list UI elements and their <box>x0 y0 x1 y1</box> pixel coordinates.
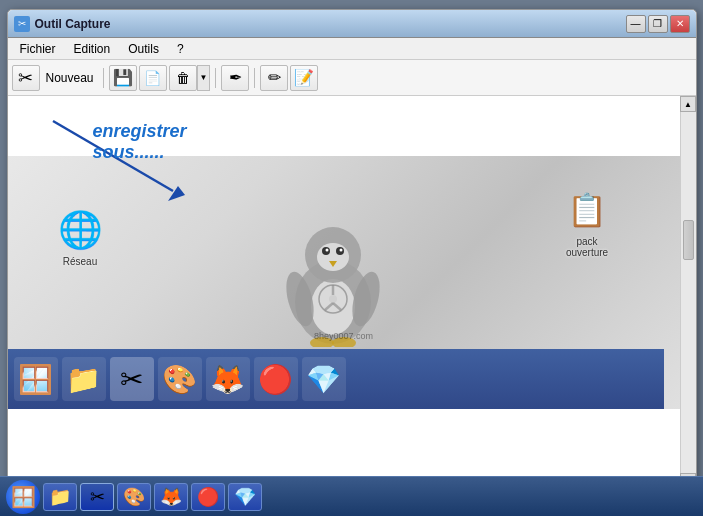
pencil-button[interactable]: ✏ <box>260 65 288 91</box>
taskbar-explorer[interactable]: 📁 <box>43 483 77 511</box>
reseau-desktop-icon[interactable]: 🌐 Réseau <box>48 206 113 267</box>
menu-outils[interactable]: Outils <box>120 40 167 58</box>
taskbar-gem[interactable]: 💎 <box>228 483 262 511</box>
toolbar: ✂ Nouveau 💾 📄 🗑 ▼ ✒ ✏ 📝 <box>8 60 696 96</box>
ql-paint-btn[interactable]: 🎨 <box>158 357 202 401</box>
penguin-icon <box>278 217 388 349</box>
restore-button[interactable]: ❐ <box>648 15 668 33</box>
menu-help[interactable]: ? <box>169 40 192 58</box>
toolbar-sep-1 <box>103 68 104 88</box>
ql-explorer-btn[interactable]: 📁 <box>62 357 106 401</box>
system-taskbar: 🪟 📁 ✂ 🎨 🦊 🔴 💎 <box>0 476 703 516</box>
title-bar-buttons: — ❐ ✕ <box>626 15 690 33</box>
scroll-thumb-vertical[interactable] <box>683 220 694 260</box>
save-button[interactable]: 💾 <box>109 65 137 91</box>
eraser-dropdown-arrow[interactable]: ▼ <box>197 65 211 91</box>
menu-edition[interactable]: Edition <box>66 40 119 58</box>
pack-ouverture-icon[interactable]: 📋 pack ouverture <box>555 186 620 258</box>
svg-point-8 <box>325 248 328 251</box>
main-window: ✂ Outil Capture — ❐ ✕ Fichier Edition Ou… <box>7 9 697 507</box>
ql-firefox-btn[interactable]: 🦊 <box>206 357 250 401</box>
ql-capture-btn[interactable]: ✂ <box>110 357 154 401</box>
annotation-text: enregistrer sous...... <box>93 121 187 163</box>
ql-gem-btn[interactable]: 💎 <box>302 357 346 401</box>
close-button[interactable]: ✕ <box>670 15 690 33</box>
nouveau-icon: ✂ <box>12 65 40 91</box>
watermark: 8hey0007.com <box>314 331 373 341</box>
taskbar-capture[interactable]: ✂ <box>80 483 114 511</box>
menu-bar: Fichier Edition Outils ? <box>8 38 696 60</box>
start-button[interactable]: 🪟 <box>6 480 40 514</box>
taskbar-firefox[interactable]: 🦊 <box>154 483 188 511</box>
reseau-icon-img: 🌐 <box>56 206 104 254</box>
reseau-icon-label: Réseau <box>63 256 97 267</box>
vertical-scrollbar[interactable]: ▲ ▼ <box>680 96 696 489</box>
desktop-area: 🌐 Réseau <box>8 156 680 409</box>
title-bar-left: ✂ Outil Capture <box>14 16 111 32</box>
title-bar: ✂ Outil Capture — ❐ ✕ <box>8 10 696 38</box>
pen-button[interactable]: ✒ <box>221 65 249 91</box>
eraser-button[interactable]: 🗑 <box>169 65 197 91</box>
scroll-track-vertical[interactable] <box>681 112 696 473</box>
nouveau-label[interactable]: Nouveau <box>42 71 98 85</box>
minimize-button[interactable]: — <box>626 15 646 33</box>
menu-fichier[interactable]: Fichier <box>12 40 64 58</box>
penguin-svg <box>278 217 388 347</box>
ql-windows-btn[interactable]: 🪟 <box>14 357 58 401</box>
window-title: Outil Capture <box>35 17 111 31</box>
svg-point-9 <box>339 248 342 251</box>
content-area: enregistrer sous...... 🌐 Réseau <box>8 96 696 490</box>
ql-ccleaner-btn[interactable]: 🔴 <box>254 357 298 401</box>
scroll-up-button[interactable]: ▲ <box>680 96 696 112</box>
toolbar-sep-2 <box>215 68 216 88</box>
pack-icon-label: pack ouverture <box>555 236 620 258</box>
taskbar-ccleaner[interactable]: 🔴 <box>191 483 225 511</box>
toolbar-sep-3 <box>254 68 255 88</box>
copy-button[interactable]: 📄 <box>139 65 167 91</box>
taskbar-paint[interactable]: 🎨 <box>117 483 151 511</box>
highlight-button[interactable]: 📝 <box>290 65 318 91</box>
pack-icon-img: 📋 <box>563 186 611 234</box>
app-icon: ✂ <box>14 16 30 32</box>
quick-launch-bar: 🪟 📁 ✂ 🎨 🦊 🔴 💎 <box>8 349 664 409</box>
eraser-dropdown: 🗑 ▼ <box>169 65 211 91</box>
svg-point-12 <box>329 295 337 303</box>
